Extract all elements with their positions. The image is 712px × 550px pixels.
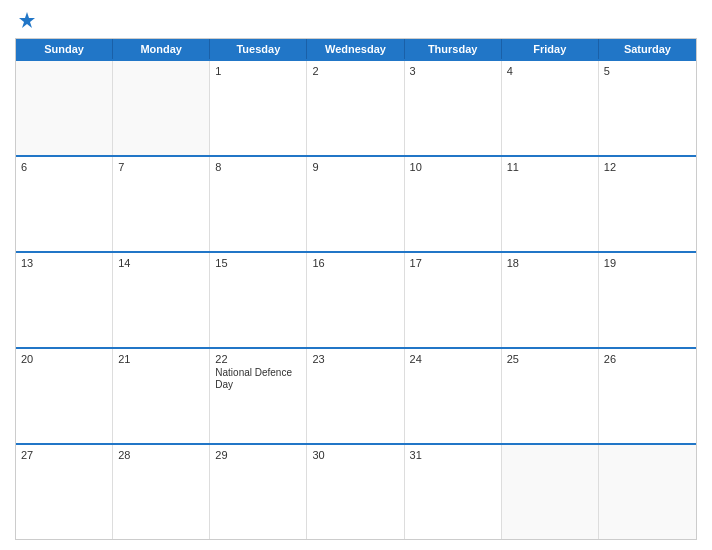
day-cell: 21 (113, 349, 210, 443)
day-cell: 15 (210, 253, 307, 347)
day-cell: 17 (405, 253, 502, 347)
day-number: 28 (118, 449, 204, 461)
day-number: 8 (215, 161, 301, 173)
week-row-2: 6789101112 (16, 155, 696, 251)
week-row-4: 202122National Defence Day23242526 (16, 347, 696, 443)
day-number: 22 (215, 353, 301, 365)
day-cell (599, 445, 696, 539)
day-number: 17 (410, 257, 496, 269)
day-cell: 4 (502, 61, 599, 155)
day-number: 6 (21, 161, 107, 173)
day-number: 3 (410, 65, 496, 77)
day-number: 9 (312, 161, 398, 173)
day-cell: 30 (307, 445, 404, 539)
day-header-sunday: Sunday (16, 39, 113, 59)
day-cell: 2 (307, 61, 404, 155)
logo-flag-icon (17, 10, 37, 30)
day-cell: 16 (307, 253, 404, 347)
day-cell (113, 61, 210, 155)
page: SundayMondayTuesdayWednesdayThursdayFrid… (0, 0, 712, 550)
header (15, 10, 697, 30)
day-number: 7 (118, 161, 204, 173)
day-cell: 11 (502, 157, 599, 251)
day-number: 10 (410, 161, 496, 173)
day-cell: 18 (502, 253, 599, 347)
day-cell: 9 (307, 157, 404, 251)
day-number: 16 (312, 257, 398, 269)
day-number: 30 (312, 449, 398, 461)
weeks-container: 12345678910111213141516171819202122Natio… (16, 59, 696, 539)
day-cell: 22National Defence Day (210, 349, 307, 443)
day-cell: 28 (113, 445, 210, 539)
day-cell (16, 61, 113, 155)
day-number: 14 (118, 257, 204, 269)
day-number: 21 (118, 353, 204, 365)
day-cell: 10 (405, 157, 502, 251)
week-row-5: 2728293031 (16, 443, 696, 539)
day-number: 11 (507, 161, 593, 173)
day-cell: 12 (599, 157, 696, 251)
logo (15, 10, 37, 30)
day-cell: 26 (599, 349, 696, 443)
svg-marker-0 (19, 12, 35, 28)
day-header-saturday: Saturday (599, 39, 696, 59)
day-cell: 27 (16, 445, 113, 539)
day-number: 26 (604, 353, 691, 365)
day-cell: 5 (599, 61, 696, 155)
day-cell: 1 (210, 61, 307, 155)
day-cell: 8 (210, 157, 307, 251)
week-row-1: 12345 (16, 59, 696, 155)
day-number: 31 (410, 449, 496, 461)
day-number: 18 (507, 257, 593, 269)
day-number: 12 (604, 161, 691, 173)
event-label: National Defence Day (215, 367, 301, 391)
day-number: 25 (507, 353, 593, 365)
day-number: 23 (312, 353, 398, 365)
day-cell: 6 (16, 157, 113, 251)
day-number: 4 (507, 65, 593, 77)
day-number: 5 (604, 65, 691, 77)
day-number: 19 (604, 257, 691, 269)
day-number: 15 (215, 257, 301, 269)
day-cell: 19 (599, 253, 696, 347)
day-number: 29 (215, 449, 301, 461)
day-header-wednesday: Wednesday (307, 39, 404, 59)
day-cell: 25 (502, 349, 599, 443)
day-number: 13 (21, 257, 107, 269)
day-cell: 7 (113, 157, 210, 251)
day-header-monday: Monday (113, 39, 210, 59)
day-cell: 24 (405, 349, 502, 443)
week-row-3: 13141516171819 (16, 251, 696, 347)
day-number: 1 (215, 65, 301, 77)
day-cell: 29 (210, 445, 307, 539)
day-headers-row: SundayMondayTuesdayWednesdayThursdayFrid… (16, 39, 696, 59)
day-header-friday: Friday (502, 39, 599, 59)
day-cell: 14 (113, 253, 210, 347)
day-cell (502, 445, 599, 539)
day-cell: 3 (405, 61, 502, 155)
day-header-tuesday: Tuesday (210, 39, 307, 59)
day-cell: 23 (307, 349, 404, 443)
day-number: 24 (410, 353, 496, 365)
day-number: 20 (21, 353, 107, 365)
day-header-thursday: Thursday (405, 39, 502, 59)
calendar: SundayMondayTuesdayWednesdayThursdayFrid… (15, 38, 697, 540)
day-number: 2 (312, 65, 398, 77)
day-number: 27 (21, 449, 107, 461)
day-cell: 13 (16, 253, 113, 347)
day-cell: 20 (16, 349, 113, 443)
day-cell: 31 (405, 445, 502, 539)
